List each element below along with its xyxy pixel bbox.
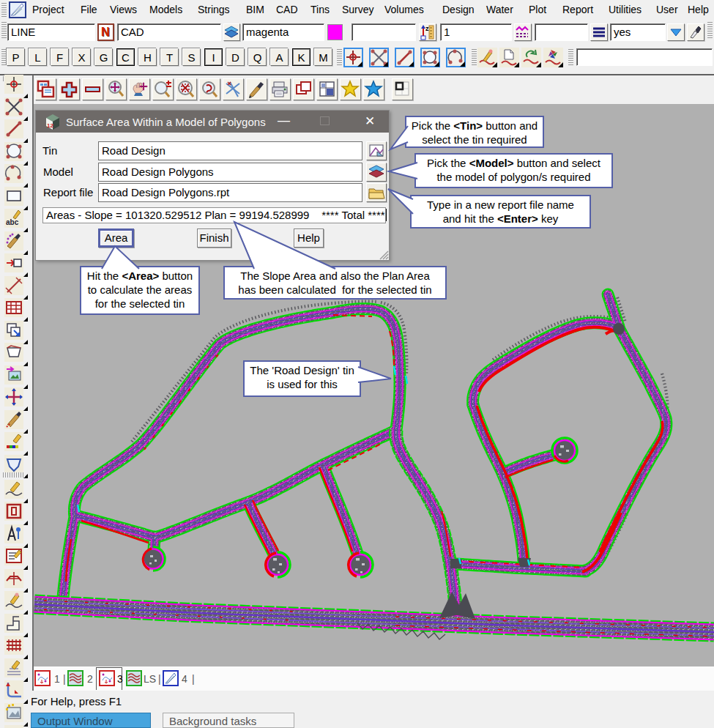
svg-text:12: 12 — [47, 122, 53, 129]
